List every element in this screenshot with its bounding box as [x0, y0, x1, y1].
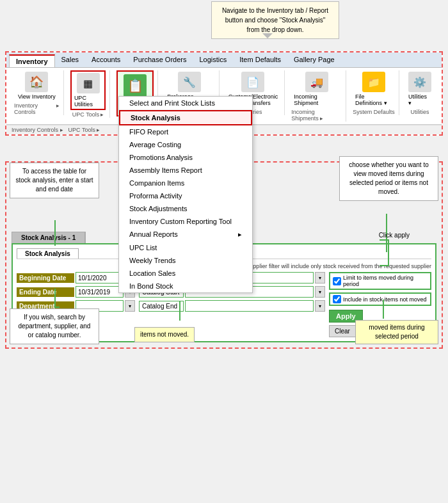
reports-dropdown: Select and Print Stock Lists Stock Analy… — [118, 96, 253, 293]
view-inventory-icon: 🏠 — [25, 72, 48, 92]
annotation-department-search: If you wish, search by department, suppl… — [10, 308, 99, 344]
dropdown-item-assembly[interactable]: Assembly Items Report — [119, 164, 252, 177]
tab-purchase-orders[interactable]: Purchase Orders — [127, 54, 193, 67]
beginning-date-input[interactable] — [76, 272, 124, 283]
brokerage-icon: 🔧 — [178, 72, 201, 92]
top-section: Inventory Sales Accounts Purchase Orders… — [5, 51, 443, 136]
dropdown-item-custom-reporting[interactable]: Inventory Custom Reporting Tool — [119, 215, 252, 228]
clear-button[interactable]: Clear — [329, 325, 356, 337]
dropdown-item-fifo[interactable]: FIFO Report — [119, 125, 252, 138]
dropdown-item-proforma[interactable]: Proforma Activity — [119, 189, 252, 202]
file-definitions-icon: 📁 — [362, 72, 385, 92]
upc-utilities-icon: ▦ — [77, 73, 100, 93]
tab-sales[interactable]: Sales — [55, 54, 86, 67]
annotation-moved-items: moved items during selected period — [355, 320, 438, 344]
ribbon-group-utilities: ⚙️ Utilities ▾ Utilities — [402, 70, 438, 115]
ending-date-input[interactable] — [76, 286, 124, 298]
dropdown-item-annual-reports[interactable]: Annual Reports ▸ — [119, 228, 252, 241]
incoming-shipment-icon: 🚚 — [305, 72, 328, 92]
view-inventory-button[interactable]: 🏠 View Inventory — [15, 70, 58, 101]
ribbon-group-shipment: 🚚 Incoming Shipment Incoming Shipments ▸ — [287, 70, 346, 122]
ribbon-group-inventory: 🏠 View Inventory Inventory Controls ▸ — [10, 70, 64, 115]
tab-accounts[interactable]: Accounts — [85, 54, 127, 67]
dropdown-item-location-sales[interactable]: Location Sales — [119, 267, 252, 280]
file-definitions-button[interactable]: 📁 File Definitions ▾ — [353, 70, 395, 108]
upc-tools-label: UPC Tools ▸ — [72, 111, 104, 118]
tab-inventory[interactable]: Inventory — [9, 54, 55, 67]
annotation-items-not-moved: items not moved. — [134, 327, 195, 342]
tab-logistics[interactable]: Logistics — [193, 54, 233, 67]
dropdown-item-weekly-trends[interactable]: Weekly Trends — [119, 254, 252, 267]
checkbox-moved-during-period: Limit to items moved during period — [329, 272, 431, 290]
beginning-date-row: Beginning Date ▾ — [17, 272, 135, 283]
inventory-controls-label: Inventory Controls ▸ — [14, 102, 60, 115]
stock-tab-bar: Stock Analysis - 1 — [12, 232, 86, 243]
checkbox-items-not-moved: Include in stock items not moved — [329, 292, 431, 306]
sub-tab-stock-analysis[interactable]: Stock Analysis — [17, 248, 79, 259]
customs-icon: 📄 — [241, 72, 264, 92]
department-dropdown[interactable]: ▾ — [125, 300, 135, 312]
include-not-moved-checkbox[interactable] — [333, 295, 341, 303]
ending-date-label: Ending Date — [17, 287, 74, 297]
reports-icon: 📋 — [124, 74, 147, 97]
dropdown-item-stock-analysis[interactable]: Stock Analysis — [119, 110, 252, 125]
annotation-table-access: To access the table for stock analysis, … — [10, 163, 99, 198]
dropdown-item-stock-adjustments[interactable]: Stock Adjustments — [119, 202, 252, 215]
catalog-end-dropdown[interactable]: ▾ — [315, 300, 325, 312]
supplier-dropdown[interactable]: ▾ — [315, 272, 325, 283]
limit-moved-checkbox[interactable] — [333, 277, 341, 285]
utilities-button[interactable]: ⚙️ Utilities ▾ — [406, 70, 434, 108]
incoming-shipment-button[interactable]: 🚚 Incoming Shipment — [291, 70, 342, 108]
beginning-date-label: Beginning Date — [17, 273, 74, 283]
catalog-end-input[interactable] — [185, 300, 314, 312]
utilities-icon: ⚙️ — [408, 72, 431, 92]
tab-gallery-page[interactable]: Gallery Page — [287, 54, 341, 67]
ending-date-row: Ending Date ▾ — [17, 286, 135, 298]
catalog-end-row: Catalog End ▾ — [139, 300, 325, 312]
annotation-click-apply: Click apply — [379, 232, 410, 239]
dropdown-item-average-costing[interactable]: Average Costing — [119, 138, 252, 151]
tab-item-defaults[interactable]: Item Defaults — [233, 54, 287, 67]
ribbon-tab-bar: Inventory Sales Accounts Purchase Orders… — [6, 52, 442, 68]
dropdown-item-stock-lists[interactable]: Select and Print Stock Lists — [119, 97, 252, 110]
upc-utilities-button[interactable]: ▦ UPC Utilities — [70, 70, 106, 110]
dropdown-item-companion[interactable]: Companion Items — [119, 177, 252, 189]
catalog-end-label: Catalog End — [139, 301, 184, 312]
annotation-choose-moved: choose whether you want to view moved it… — [339, 156, 438, 201]
dropdown-item-in-bond[interactable]: In Bond Stock — [119, 280, 252, 292]
callout-top: Navigate to the Inventory tab / Report b… — [211, 1, 339, 39]
stock-analysis-tab[interactable]: Stock Analysis - 1 — [12, 232, 85, 243]
dropdown-item-promotions[interactable]: Promotions Analysis — [119, 151, 252, 164]
catalog-start-dropdown[interactable]: ▾ — [315, 286, 325, 298]
dropdown-item-upc-list[interactable]: UPC List — [119, 241, 252, 254]
ribbon-group-upc: ▦ UPC Utilities UPC Tools ▸ — [67, 70, 110, 118]
ribbon-group-files: 📁 File Definitions ▾ System Defaults — [349, 70, 399, 115]
